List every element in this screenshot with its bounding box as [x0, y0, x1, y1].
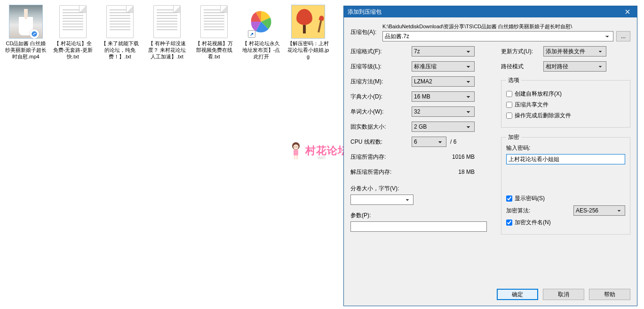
- help-button[interactable]: 帮助: [589, 289, 630, 300]
- opt-shared-checkbox[interactable]: [506, 102, 512, 108]
- format-label: 压缩格式(F):: [350, 48, 412, 56]
- enc-method-label: 加密算法:: [506, 207, 541, 215]
- decompress-mem-value: 18 MB: [412, 169, 475, 175]
- file-label: 【 村花论坛永久地址发布页】-点此打开: [240, 41, 282, 60]
- encrypt-legend: 加密: [506, 133, 521, 141]
- doll-icon: [289, 141, 302, 160]
- ok-button[interactable]: 确定: [497, 289, 538, 300]
- password-label: 输入密码:: [506, 144, 625, 152]
- paint-thumb: [291, 5, 325, 39]
- dict-select[interactable]: 16 MB: [412, 91, 475, 102]
- encrypt-fieldset: 加密 输入密码: 显示密码(S) 加密算法:AES-256 加密文件名(N): [501, 133, 630, 235]
- show-password-checkbox[interactable]: [506, 195, 512, 202]
- opt-sfx-checkbox[interactable]: [506, 91, 512, 97]
- text-doc: [197, 5, 231, 39]
- opt-shared-row[interactable]: 压缩共享文件: [506, 101, 625, 109]
- decompress-mem-label: 解压缩所需内存:: [350, 168, 412, 176]
- file-item[interactable]: 【解压密码：上村花论坛看小姐姐.jpg: [287, 5, 329, 60]
- word-select[interactable]: 32: [412, 106, 475, 117]
- level-label: 压缩等级(L):: [350, 63, 412, 71]
- update-label: 更新方式(U):: [501, 48, 543, 56]
- file-label: 【 来了就能下载的论坛，纯免费！】.txt: [99, 41, 141, 60]
- svg-rect-5: [294, 150, 298, 155]
- file-label: 【 村花论坛】全免费-无套路-更新快.txt: [52, 41, 94, 60]
- split-select[interactable]: [350, 195, 413, 205]
- cpu-max: / 6: [450, 138, 456, 145]
- file-label: 【 有种子却没速度？ 来村花论坛人工加速】.txt: [146, 41, 188, 60]
- options-legend: 选项: [506, 76, 521, 84]
- pathmode-label: 路径模式: [501, 63, 543, 71]
- compress-mem-label: 压缩所需内存:: [350, 153, 412, 161]
- encrypt-names-checkbox[interactable]: [506, 220, 512, 226]
- pinwheel: ↗: [244, 5, 278, 39]
- format-select[interactable]: 7z: [412, 46, 475, 57]
- archive-name-input[interactable]: 品如酱.7z: [382, 31, 613, 41]
- password-input[interactable]: [506, 154, 625, 164]
- watermark-sub: win: [318, 154, 326, 160]
- method-label: 压缩方法(M):: [350, 78, 412, 86]
- text-doc: [56, 5, 90, 39]
- svg-point-4: [296, 146, 297, 147]
- opt-delete-row[interactable]: 操作完成后删除源文件: [506, 112, 625, 120]
- opt-sfx-row[interactable]: 创建自释放程序(X): [506, 90, 625, 98]
- text-doc: [103, 5, 137, 39]
- watermark-text: 村花论坛: [305, 144, 349, 158]
- browse-button[interactable]: ...: [616, 31, 630, 41]
- file-item[interactable]: 【 村花视频】万部视频免费在线看.txt: [193, 5, 235, 60]
- compress-dialog: 添加到压缩包 压缩包(A): K:\BaiduNetdiskDownload\资…: [343, 6, 637, 306]
- params-label: 参数(P):: [350, 211, 487, 220]
- file-label: 【 村花视频】万部视频免费在线看.txt: [193, 41, 235, 60]
- shortcut-arrow-icon: ↗: [248, 30, 255, 38]
- archive-label: 压缩包(A):: [350, 28, 382, 36]
- options-fieldset: 选项 创建自释放程序(X) 压缩共享文件 操作完成后删除源文件: [501, 76, 630, 128]
- params-input[interactable]: [350, 221, 487, 232]
- file-item[interactable]: 【 来了就能下载的论坛，纯免费！】.txt: [99, 5, 141, 60]
- svg-point-3: [294, 146, 295, 147]
- show-password-row[interactable]: 显示密码(S): [506, 195, 625, 203]
- cancel-button[interactable]: 取消: [543, 289, 584, 300]
- compress-mem-value: 1016 MB: [412, 154, 475, 160]
- enc-method-select[interactable]: AES-256: [573, 205, 625, 216]
- file-item[interactable]: 【 村花论坛】全免费-无套路-更新快.txt: [52, 5, 94, 60]
- cpu-select[interactable]: 6: [412, 137, 446, 147]
- dialog-title-text: 添加到压缩包: [348, 8, 382, 16]
- solid-label: 固实数据大小:: [350, 123, 412, 131]
- pathmode-select[interactable]: 相对路径: [543, 61, 606, 72]
- app-badge-icon: [30, 29, 39, 39]
- file-item[interactable]: ↗【 村花论坛永久地址发布页】-点此打开: [240, 5, 282, 60]
- dict-label: 字典大小(D):: [350, 93, 412, 101]
- svg-point-2: [294, 145, 299, 150]
- desktop-area: CD品如酱 白丝婚纱美丽新娘子超长时自慰.mp4【 村花论坛】全免费-无套路-更…: [0, 0, 343, 65]
- file-item[interactable]: CD品如酱 白丝婚纱美丽新娘子超长时自慰.mp4: [5, 5, 47, 60]
- method-select[interactable]: LZMA2: [412, 76, 475, 87]
- level-select[interactable]: 标准压缩: [412, 61, 475, 72]
- svg-rect-6: [294, 155, 295, 159]
- file-label: CD品如酱 白丝婚纱美丽新娘子超长时自慰.mp4: [5, 41, 47, 60]
- close-button[interactable]: [618, 6, 637, 17]
- file-label: 【解压密码：上村花论坛看小姐姐.jpg: [287, 41, 329, 60]
- watermark: 村花论坛 win: [289, 141, 349, 160]
- solid-select[interactable]: 2 GB: [412, 122, 475, 132]
- split-label: 分卷大小，字节(V):: [350, 185, 487, 193]
- photo-thumb: [9, 5, 43, 39]
- archive-path-text: K:\BaiduNetdiskDownload\资源分享\TS\CD品如酱 白丝…: [382, 23, 630, 30]
- cpu-label: CPU 线程数:: [350, 138, 412, 146]
- update-select[interactable]: 添加并替换文件: [543, 46, 606, 57]
- svg-rect-7: [296, 155, 298, 159]
- opt-delete-checkbox[interactable]: [506, 113, 512, 119]
- text-doc: [150, 5, 184, 39]
- file-item[interactable]: 【 有种子却没速度？ 来村花论坛人工加速】.txt: [146, 5, 188, 60]
- word-label: 单词大小(W):: [350, 108, 412, 116]
- close-icon: [625, 9, 630, 14]
- encrypt-names-row[interactable]: 加密文件名(N): [506, 219, 625, 227]
- dialog-titlebar: 添加到压缩包: [344, 6, 637, 17]
